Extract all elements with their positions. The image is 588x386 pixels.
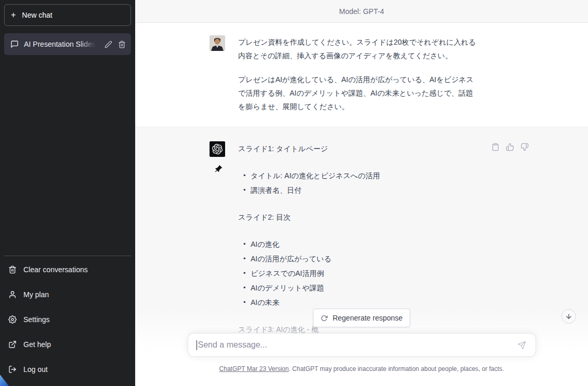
pushpin-icon bbox=[210, 163, 225, 177]
thumbs-up-icon[interactable] bbox=[506, 143, 514, 151]
regenerate-response-button[interactable]: Regenerate response bbox=[313, 309, 411, 327]
copy-icon[interactable] bbox=[491, 143, 500, 151]
model-header: Model: GPT-4 bbox=[135, 0, 588, 23]
chatgpt-app: + New chat AI Presentation Slides bbox=[0, 0, 588, 386]
sidebar-item-label: Clear conversations bbox=[23, 265, 88, 274]
bullet-item: AIの活用が広がっている bbox=[243, 251, 477, 266]
regenerate-label: Regenerate response bbox=[333, 314, 403, 322]
text-caret bbox=[197, 340, 197, 350]
send-button[interactable] bbox=[515, 339, 528, 352]
chatgpt-logo-icon bbox=[210, 141, 225, 157]
sidebar-item-settings[interactable]: Settings bbox=[4, 307, 131, 332]
sidebar-item-my-plan[interactable]: My plan bbox=[4, 282, 131, 307]
bullet-item: ビジネスでのAI活用例 bbox=[243, 266, 477, 281]
scroll-to-bottom-button[interactable] bbox=[561, 309, 576, 324]
message-input-box bbox=[188, 333, 536, 357]
conversation-actions bbox=[104, 41, 126, 48]
main-area: Model: GPT-4 bbox=[135, 0, 588, 386]
message-input[interactable] bbox=[198, 340, 515, 350]
sidebar-item-label: Log out bbox=[23, 365, 48, 374]
sidebar-item-label: Get help bbox=[23, 340, 51, 349]
user-paragraph: プレゼンはAIが進化している、AIの活用が広がっている、AIをビジネスで活用する… bbox=[238, 73, 477, 113]
sidebar-item-get-help[interactable]: Get help bbox=[4, 332, 131, 357]
plus-icon: + bbox=[11, 11, 16, 19]
bullet-item: タイトル: AIの進化とビジネスへの活用 bbox=[243, 168, 477, 183]
footer-disclaimer: ChatGPT Mar 23 Version. ChatGPT may prod… bbox=[219, 365, 504, 386]
user-avatar bbox=[210, 35, 225, 51]
refresh-icon bbox=[321, 315, 328, 322]
send-icon bbox=[517, 341, 526, 350]
sidebar-item-clear-conversations[interactable]: Clear conversations bbox=[4, 257, 131, 282]
bullet-item: 講演者名、日付 bbox=[243, 183, 477, 197]
slide-heading: スライド1: タイトルページ bbox=[238, 141, 477, 156]
thumbs-down-icon[interactable] bbox=[520, 143, 529, 151]
chat-bubble-icon bbox=[10, 40, 19, 48]
bullet-item: AIの進化 bbox=[243, 237, 477, 251]
logout-icon bbox=[8, 365, 17, 374]
sidebar-item-log-out[interactable]: Log out bbox=[4, 357, 131, 382]
composer-area: Regenerate response ChatGPT Mar 23 Versi… bbox=[135, 308, 588, 386]
arrow-down-icon bbox=[565, 313, 572, 320]
user-message: プレゼン資料を作成してください。スライドは20枚でそれぞれに入れる内容とその詳細… bbox=[135, 23, 588, 127]
trash-icon[interactable] bbox=[118, 41, 126, 48]
edit-icon[interactable] bbox=[104, 41, 112, 48]
sidebar-conversation-item[interactable]: AI Presentation Slides bbox=[4, 33, 131, 55]
user-message-text: プレゼン資料を作成してください。スライドは20枚でそれぞれに入れる内容とその詳細… bbox=[238, 35, 477, 113]
sidebar-item-label: My plan bbox=[23, 290, 49, 299]
sidebar: + New chat AI Presentation Slides bbox=[0, 0, 135, 386]
gear-icon bbox=[8, 315, 17, 324]
user-paragraph: プレゼン資料を作成してください。スライドは20枚でそれぞれに入れる内容とその詳細… bbox=[238, 35, 477, 62]
sidebar-footer: Clear conversations My plan Settings Get… bbox=[4, 256, 131, 382]
trash-icon bbox=[8, 265, 17, 274]
model-label: Model: GPT-4 bbox=[339, 7, 384, 16]
sidebar-item-label: Settings bbox=[23, 315, 50, 324]
new-chat-label: New chat bbox=[22, 11, 52, 19]
external-link-icon bbox=[8, 340, 17, 349]
user-icon bbox=[8, 290, 17, 299]
slide-bullet-list: タイトル: AIの進化とビジネスへの活用 講演者名、日付 bbox=[238, 168, 477, 197]
disclaimer-text: . ChatGPT may produce inaccurate informa… bbox=[289, 365, 504, 372]
new-chat-button[interactable]: + New chat bbox=[4, 4, 131, 26]
conversation-title: AI Presentation Slides bbox=[24, 40, 96, 48]
slide-heading: スライド2: 目次 bbox=[238, 210, 477, 224]
slide-bullet-list: AIの進化 AIの活用が広がっている ビジネスでのAI活用例 AIのデメリットや… bbox=[238, 237, 477, 310]
version-link[interactable]: ChatGPT Mar 23 Version bbox=[219, 365, 289, 372]
bullet-item: AIのデメリットや課題 bbox=[243, 281, 477, 295]
